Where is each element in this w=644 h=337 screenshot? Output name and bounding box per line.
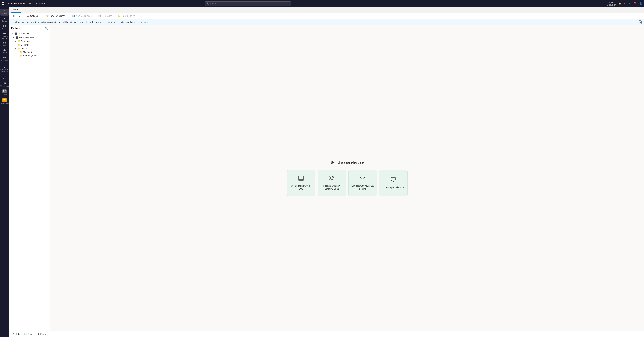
- card-sample[interactable]: Use sample database: [379, 170, 408, 196]
- export-icon: ↗: [19, 15, 21, 17]
- settings-button[interactable]: ⚙: [624, 2, 626, 5]
- tree-item-queries[interactable]: ▼ 📁 Queries: [10, 47, 49, 50]
- explorer-panel: Explorer 🔍 ＋ 🗄️ Warehouses ▼ 🗄️ MyDataWa: [9, 25, 50, 331]
- sidebar-item-home[interactable]: ⌂ Home: [0, 9, 8, 16]
- explorer-header: Explorer 🔍: [9, 25, 50, 31]
- card-dataflow-label: Get data with new Dataflow Gen2: [320, 185, 344, 191]
- explorer-main: Explorer 🔍 ＋ 🗄️ Warehouses ▼ 🗄️ MyDataWa: [9, 25, 644, 331]
- newquery-chevron-icon: ▾: [66, 15, 66, 17]
- toolbar-separator-2: [43, 14, 43, 18]
- svg-rect-1: [4, 3, 4, 3]
- main-panel: Build a warehouse: [50, 25, 644, 331]
- warehouse-expand-icon: ▼: [13, 37, 15, 39]
- dp000-icon: DP: [2, 89, 6, 93]
- sidebar-item-monitoring[interactable]: ◷ Monitoring hub: [0, 55, 8, 64]
- left-nav: ⌂ Home ＋ Create Browse ◉ OneLake data hu…: [0, 7, 9, 337]
- settings-toolbar-button[interactable]: ⚙: [11, 14, 17, 18]
- sql-icon: 📝: [46, 15, 49, 17]
- tree-item-schemas[interactable]: ▶ 📁 Schemas: [10, 39, 49, 43]
- sidebar-item-metrics[interactable]: ◈ Metrics: [0, 48, 8, 55]
- query-tab-icon: 📄: [24, 333, 27, 335]
- toolbar-separator-5: [115, 14, 115, 18]
- tree-item-my-queries[interactable]: 📁 My Queries: [10, 50, 49, 54]
- my-queries-folder-icon: 📁: [20, 51, 22, 53]
- info-bar-close-button[interactable]: ✕: [639, 21, 642, 24]
- tree-item-shared-queries[interactable]: 📁 Shared Queries: [10, 54, 49, 58]
- sidebar-item-browse[interactable]: Browse: [0, 24, 8, 31]
- learn-icon: □: [4, 75, 5, 77]
- svg-point-16: [332, 176, 334, 178]
- account-button[interactable]: 👤: [639, 2, 642, 5]
- sidebar-item-apps[interactable]: ⬡ Apps: [0, 41, 8, 48]
- learn-more-link[interactable]: Learn more: [138, 21, 148, 24]
- help-button[interactable]: ❓: [633, 2, 636, 5]
- deployment-icon: ⌀: [4, 65, 5, 68]
- info-bar: ℹ A default dataset for faster reporting…: [9, 20, 644, 25]
- getdata-chevron-icon: ▾: [40, 15, 40, 17]
- notifications-button[interactable]: 🔔: [618, 2, 622, 5]
- getdata-button[interactable]: 📥 Get data ▾: [25, 14, 42, 18]
- report-icon: 📋: [98, 15, 101, 17]
- card-dataflow[interactable]: Get data with new Dataflow Gen2: [318, 170, 346, 196]
- toolbar: ⚙ ↗ 📥 Get data ▾ 📝 New SQL query ▾ 📊 New…: [9, 13, 644, 20]
- sidebar-item-warehouse[interactable]: W MyDataWarehouse: [0, 97, 8, 105]
- new-sql-query-button[interactable]: 📝 New SQL query ▾: [44, 14, 68, 18]
- card-create-tsql[interactable]: Create tables with T-SQL: [287, 170, 315, 196]
- data-tab-icon: ⊞: [13, 333, 14, 335]
- sidebar-item-deployment[interactable]: ⌀ Deployment pipelines: [0, 64, 8, 73]
- new-report-button[interactable]: 📋 New report: [96, 14, 114, 18]
- getdata-icon: 📥: [26, 15, 30, 17]
- bottom-tabs: ⊞ Data 📄 Query ◈ Model: [9, 331, 644, 337]
- new-visual-query-button[interactable]: 📊 New visual query: [70, 14, 94, 18]
- sidebar-item-dp000[interactable]: DP DP-000: [0, 88, 8, 97]
- tenant-badge[interactable]: Non-Business ▾: [28, 2, 46, 5]
- external-link-icon: ↗: [150, 21, 151, 24]
- warehouses-header[interactable]: ＋ 🗄️ Warehouses: [10, 31, 49, 36]
- card-sample-label: Use sample database: [383, 186, 404, 189]
- browse-icon: [3, 25, 6, 28]
- queries-expand-icon: ▼: [15, 48, 17, 49]
- dataflow-icon: [329, 175, 334, 182]
- sidebar-item-onelake[interactable]: ◉ OneLake data hub: [0, 31, 8, 40]
- trial-info: Trial: 42 days left: [606, 1, 616, 6]
- svg-point-18: [332, 179, 334, 180]
- svg-rect-2: [2, 4, 3, 5]
- schemas-folder-icon: 📁: [18, 40, 20, 43]
- bottom-tab-query[interactable]: 📄 Query: [22, 332, 35, 336]
- topbar-right: Trial: 42 days left 🔔 ⚙ ⬇ ❓ 👤: [606, 1, 642, 6]
- card-pipeline-label: Get data with new data pipeline: [351, 185, 374, 191]
- tree-item-security[interactable]: ▶ 📁 Security: [10, 43, 49, 47]
- create-icon: ＋: [3, 17, 6, 20]
- queries-folder-icon: 📁: [18, 47, 20, 50]
- badge-chevron-icon: ▾: [44, 3, 45, 5]
- sidebar-item-create[interactable]: ＋ Create: [0, 16, 8, 23]
- new-measure-button[interactable]: 📐 New measure: [116, 14, 137, 18]
- sidebar-item-learn[interactable]: □ Learn: [0, 74, 8, 81]
- measure-icon: 📐: [118, 15, 121, 17]
- toolbar-separator-1: [24, 14, 24, 18]
- export-toolbar-button[interactable]: ↗: [17, 14, 22, 18]
- bottom-tab-model[interactable]: ◈ Model: [36, 332, 48, 336]
- tsql-icon: [298, 175, 304, 182]
- app-title: MyDataWarehouse: [6, 3, 26, 5]
- tab-home[interactable]: Home: [11, 7, 21, 13]
- toolbar-separator-4: [95, 14, 95, 18]
- search-input[interactable]: [205, 2, 291, 6]
- card-pipeline[interactable]: Get data with new data pipeline: [348, 170, 377, 196]
- pipeline-icon: [360, 175, 365, 182]
- svg-rect-3: [4, 4, 4, 5]
- workspaces-icon: ⊟: [4, 82, 6, 85]
- tree-item-mydatawarehouse[interactable]: ▼ 🗄️ MyDataWarehouse: [10, 36, 49, 39]
- warehouse-folder-icon: 🗄️: [15, 32, 18, 35]
- apps-grid-button[interactable]: [2, 2, 4, 5]
- tab-bar: Home: [9, 7, 644, 13]
- download-button[interactable]: ⬇: [629, 2, 631, 5]
- add-warehouse-button[interactable]: ＋: [11, 32, 14, 35]
- svg-rect-0: [2, 3, 3, 3]
- sidebar-item-workspaces[interactable]: ⊟ Workspaces: [0, 81, 8, 88]
- settings-icon: ⚙: [13, 15, 15, 17]
- svg-point-17: [330, 179, 331, 180]
- bottom-tab-data[interactable]: ⊞ Data: [11, 332, 22, 336]
- security-folder-icon: 📁: [18, 44, 20, 46]
- explorer-search-button[interactable]: 🔍: [45, 27, 48, 30]
